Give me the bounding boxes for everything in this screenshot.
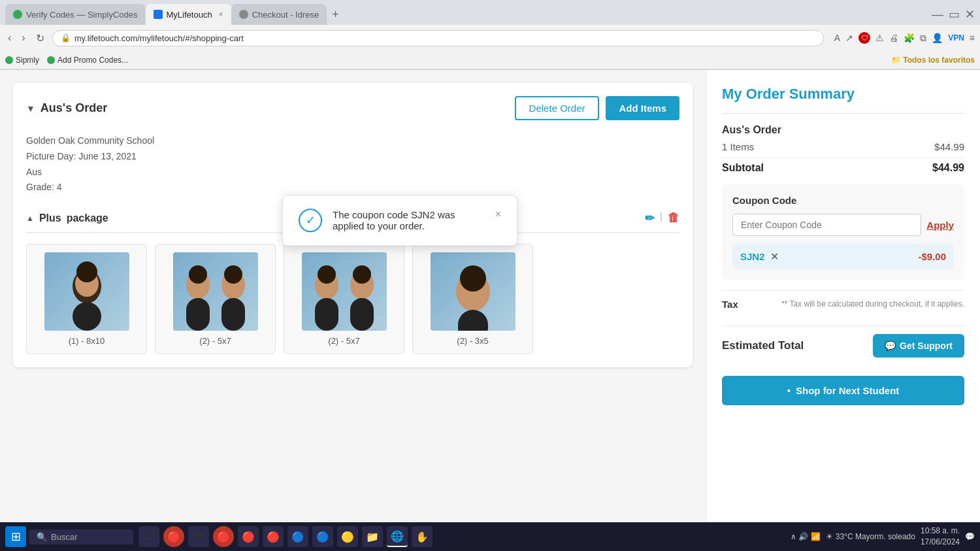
tab-mylifetouch[interactable]: MyLifetouch × [146, 4, 231, 25]
taskbar-right: ∧ 🔊 📶 ☀ 33°C Mayorm. soleado 10:58 a. m.… [791, 526, 975, 548]
photo-label-1: (1) - 8x10 [69, 336, 105, 346]
svg-rect-8 [186, 298, 210, 331]
bookmark-sipmly[interactable]: Sipmly [5, 56, 39, 65]
bookmark-promo[interactable]: Add Promo Codes... [47, 56, 128, 65]
svg-point-21 [460, 265, 486, 292]
taskbar-icon-7[interactable]: 🔵 [287, 526, 308, 547]
coupon-code-input[interactable] [732, 214, 921, 236]
next-student-button[interactable]: • Shop for Next Student [722, 376, 964, 405]
order-summary-sidebar: My Order Summary Aus's Order 1 Items $44… [706, 70, 980, 551]
photo-card-4: (2) - 3x5 [412, 244, 533, 354]
get-support-button[interactable]: 💬 Get Support [873, 334, 964, 358]
share-icon[interactable]: ↗ [845, 33, 853, 43]
apply-coupon-button[interactable]: Apply [926, 220, 954, 231]
taskbar-icon-5[interactable]: 🔴 [238, 526, 259, 547]
search-bar[interactable]: 🔍 Buscar [29, 529, 133, 544]
coupon-code-tag: SJN2 ✕ [740, 250, 779, 263]
svg-rect-18 [350, 298, 374, 331]
photo-image-1 [44, 252, 129, 331]
weather-text: 33°C Mayorm. soleado [836, 532, 915, 541]
taskbar-icon-8[interactable]: 🔵 [312, 526, 333, 547]
photo-image-2 [173, 252, 258, 331]
bookmarks-bar: Sipmly Add Promo Codes... 📁 Todos los fa… [0, 51, 980, 69]
forward-button[interactable]: › [19, 31, 27, 45]
estimated-total-row: Estimated Total 💬 Get Support [722, 326, 964, 365]
tab-checkout[interactable]: Checkout - Idrese [231, 4, 327, 25]
address-bar-row: ‹ › ↻ 🔒 my.lifetouch.com/mylifetouch/#/s… [0, 25, 980, 51]
toast-message: The coupon code SJN2 was applied to your… [333, 209, 485, 231]
window-icon[interactable]: ⧉ [920, 33, 926, 44]
weather-icon: ☀ [826, 532, 833, 541]
system-tray: ∧ 🔊 📶 [791, 532, 821, 541]
coupon-section: Coupon Code Apply SJN2 ✕ -$9.00 [722, 184, 964, 280]
tab-verify-codes[interactable]: Verify Codes — SimplyCodes [5, 4, 146, 25]
close-window-icon[interactable]: ✕ [965, 7, 975, 22]
items-count-label: 1 Items [722, 141, 754, 152]
toast-check-icon: ✓ [299, 209, 322, 232]
browser-icons: A ↗ 🛡 ⚠ 🖨 🧩 ⧉ 👤 VPN ≡ [834, 32, 975, 44]
page-content: ▼ Aus's Order Delete Order Add Items Gol… [0, 70, 980, 551]
photos-grid: (1) - 8x10 [26, 244, 679, 354]
subtotal-label: Subtotal [722, 162, 764, 174]
minimize-icon[interactable]: — [932, 8, 943, 22]
taskbar-icon-3[interactable]: 🗺 [188, 526, 209, 547]
taskbar-chrome-icon[interactable]: 🌐 [387, 526, 408, 547]
photo-card-2: (2) - 5x7 [155, 244, 276, 354]
order-buttons: Delete Order Add Items [515, 96, 679, 120]
print-icon[interactable]: 🖨 [889, 33, 898, 43]
delete-order-button[interactable]: Delete Order [515, 96, 600, 120]
tab-label-3: Checkout - Idrese [252, 10, 319, 20]
coupon-code-value: SJN2 [740, 251, 765, 262]
extensions-icon[interactable]: 🛡 [858, 32, 870, 44]
photo-card-3: (2) - 5x7 [284, 244, 404, 354]
start-button[interactable]: ⊞ [5, 526, 26, 547]
taskbar-icon-10[interactable]: 📁 [362, 526, 383, 547]
add-items-button[interactable]: Add Items [606, 96, 679, 120]
time-display: 10:58 a. m. 17/06/2024 [921, 526, 960, 548]
edit-package-icon[interactable]: ✏ [645, 211, 655, 225]
tab-favicon-1 [13, 10, 22, 19]
svg-rect-11 [221, 298, 245, 331]
current-date: 17/06/2024 [921, 537, 960, 548]
order-card: ▼ Aus's Order Delete Order Add Items Gol… [13, 83, 693, 367]
tab-label-1: Verify Codes — SimplyCodes [26, 10, 138, 20]
tab-favicon-3 [239, 10, 248, 19]
tab-close-btn[interactable]: × [219, 10, 223, 19]
search-icon: 🔍 [37, 532, 47, 542]
taskbar-icon-9[interactable]: 🟡 [337, 526, 358, 547]
package-type: package [67, 212, 108, 224]
coupon-toast: ✓ The coupon code SJN2 was applied to yo… [282, 195, 517, 246]
reload-button[interactable]: ↻ [33, 31, 47, 46]
remove-coupon-button[interactable]: ✕ [770, 250, 779, 263]
order-title: ▼ Aus's Order [26, 101, 107, 115]
address-bar[interactable]: 🔒 my.lifetouch.com/mylifetouch/#/shoppin… [52, 30, 824, 46]
notification-icon[interactable]: 💬 [965, 532, 975, 541]
taskbar-icon-2[interactable]: 🔴 [163, 526, 184, 547]
profile-icon[interactable]: 👤 [932, 33, 943, 43]
summary-items-row: 1 Items $44.99 [722, 141, 964, 152]
new-tab-button[interactable]: + [327, 8, 344, 22]
translate-icon[interactable]: A [834, 33, 840, 43]
svg-rect-15 [315, 298, 338, 331]
vpn-label[interactable]: VPN [948, 33, 964, 42]
svg-rect-5 [173, 252, 258, 331]
warn-icon[interactable]: ⚠ [875, 33, 884, 43]
support-label: Get Support [900, 341, 953, 351]
bookmark-label-1: Sipmly [16, 56, 39, 65]
toast-close-button[interactable]: × [495, 209, 501, 220]
support-icon: 💬 [885, 341, 896, 351]
maximize-icon[interactable]: ▭ [949, 7, 960, 22]
bookmark-icon-2 [47, 56, 55, 64]
weather-info: ☀ 33°C Mayorm. soleado [826, 532, 915, 541]
todos-favoritos: 📁 Todos los favoritos [891, 56, 975, 65]
taskbar-icon-4[interactable]: 🔴 [213, 526, 234, 547]
window-controls: — ▭ ✕ [932, 7, 975, 22]
taskbar-icon-1[interactable]: 🗂 [139, 526, 159, 547]
taskbar-icon-11[interactable]: ✋ [412, 526, 433, 547]
menu-icon[interactable]: ≡ [970, 33, 975, 43]
puzzle-icon[interactable]: 🧩 [904, 33, 915, 43]
back-button[interactable]: ‹ [5, 31, 14, 45]
photo-label-2: (2) - 5x7 [199, 336, 231, 346]
delete-package-icon[interactable]: 🗑 [668, 211, 679, 225]
taskbar-icon-6[interactable]: 🔴 [263, 526, 284, 547]
